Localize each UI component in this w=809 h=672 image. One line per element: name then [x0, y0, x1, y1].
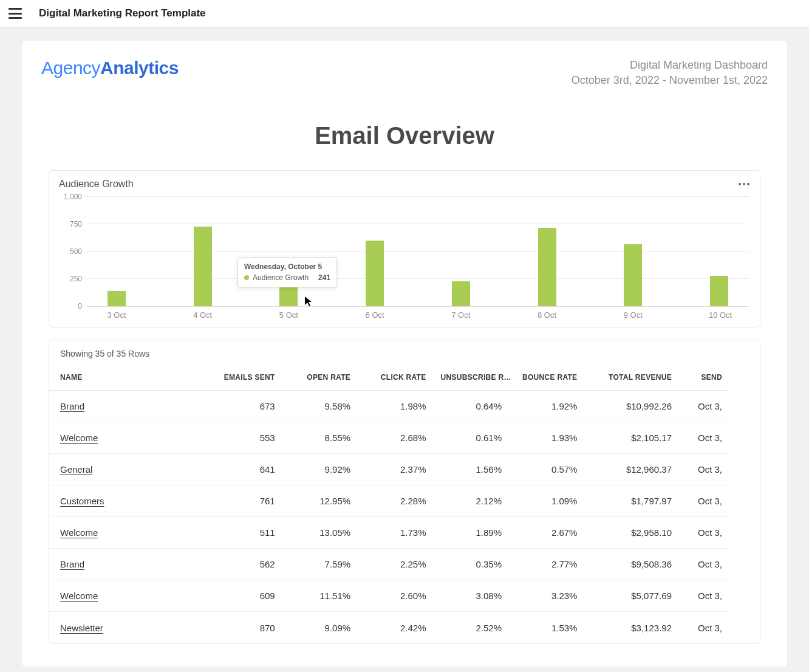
table-row: Newsletter8709.09%2.42%2.52%1.53%$3,123.… [49, 612, 729, 643]
chart-bar[interactable] [710, 276, 728, 306]
cell-name: Welcome [49, 517, 207, 549]
table-column-header[interactable]: SEND [679, 365, 729, 391]
chart-bar[interactable] [624, 244, 642, 307]
campaign-link[interactable]: Welcome [60, 591, 98, 601]
campaign-link[interactable]: Welcome [60, 527, 98, 538]
table-row-count: Showing 35 of 35 Rows [49, 340, 760, 365]
cell-value: Oct 3, [679, 549, 729, 580]
cell-name: General [49, 454, 207, 485]
chart-title: Audience Growth [59, 179, 134, 190]
cell-value: 1.98% [358, 391, 433, 422]
cell-value: Oct 3, [679, 517, 729, 549]
campaign-link[interactable]: Customers [60, 496, 104, 506]
chart-y-tick: 500 [70, 247, 82, 256]
cell-value: $10,992.26 [584, 391, 679, 422]
cell-value: Oct 3, [679, 612, 729, 643]
table-row: Welcome5538.55%2.68%0.61%1.93%$2,105.17O… [49, 422, 729, 454]
hamburger-menu-icon[interactable] [9, 8, 22, 19]
chart-x-tick: 10 Oct [709, 310, 729, 320]
table-column-header[interactable]: OPEN RATE [282, 365, 358, 391]
cell-value: 11.51% [282, 580, 358, 612]
campaigns-table-card: Showing 35 of 35 Rows NAMEEMAILS SENTOPE… [49, 340, 760, 644]
chart-x-tick: 3 Oct [106, 310, 127, 320]
cell-value: 0.61% [434, 422, 509, 454]
chart-y-tick: 1,000 [64, 193, 82, 201]
cell-value: 2.52% [434, 612, 509, 643]
table-column-header[interactable]: UNSUBSCRIBE R… [434, 365, 509, 391]
chart-x-labels: 3 Oct4 Oct5 Oct6 Oct7 Oct8 Oct9 Oct10 Oc… [87, 307, 749, 320]
cell-value: $2,105.17 [584, 422, 679, 454]
table-column-header[interactable]: EMAILS SENT [207, 365, 282, 391]
cell-value: 0.57% [509, 454, 584, 485]
cell-value: 0.64% [434, 391, 509, 422]
cell-value: Oct 3, [679, 391, 729, 422]
cell-value: 12.95% [282, 485, 358, 517]
cell-value: 2.37% [358, 454, 433, 485]
table-row: Brand5627.59%2.25%0.35%2.77%$9,508.36Oct… [49, 549, 729, 580]
cell-value: $2,958.10 [584, 517, 679, 549]
more-options-icon[interactable] [738, 178, 750, 190]
brand-logo: AgencyAnalytics [41, 58, 179, 78]
brand-logo-part1: Agency [41, 58, 100, 78]
cell-name: Welcome [49, 422, 207, 454]
cell-value: 761 [207, 485, 282, 517]
chart-bar[interactable] [194, 227, 212, 306]
cell-value: $9,508.36 [584, 549, 679, 580]
campaign-link[interactable]: General [60, 464, 92, 475]
cell-value: 673 [207, 391, 282, 422]
chart-y-tick: 750 [70, 220, 82, 228]
cell-value: 641 [207, 454, 282, 485]
topbar-title: Digital Marketing Report Template [39, 7, 206, 19]
tooltip-title: Wednesday, October 5 [244, 262, 330, 271]
cell-value: 1.53% [509, 612, 584, 643]
tooltip-value: 241 [318, 273, 330, 282]
section-title: Email Overview [41, 122, 768, 149]
chart-bar[interactable] [538, 228, 556, 307]
chart-x-tick: 6 Oct [364, 310, 385, 320]
tooltip-series-dot-icon [244, 275, 249, 280]
table-row: Customers76112.95%2.28%2.12%1.09%$1,797.… [49, 485, 729, 517]
table-row: Welcome51113.05%1.73%1.89%2.67%$2,958.10… [49, 517, 729, 549]
chart-x-tick: 4 Oct [193, 310, 213, 320]
campaign-link[interactable]: Newsletter [60, 623, 103, 633]
cell-value: $5,077.69 [584, 580, 679, 612]
cell-value: Oct 3, [679, 580, 729, 612]
cell-value: $1,797.97 [584, 485, 679, 517]
cell-name: Brand [49, 549, 207, 580]
chart-tooltip: Wednesday, October 5 Audience Growth 241 [237, 257, 337, 287]
cell-value: 7.59% [282, 549, 358, 580]
chart-y-tick: 250 [70, 275, 82, 283]
tooltip-series-label: Audience Growth [253, 273, 309, 282]
chart-x-tick: 7 Oct [451, 310, 471, 320]
campaign-link[interactable]: Welcome [60, 433, 98, 443]
cell-value: Oct 3, [679, 422, 729, 454]
campaign-link[interactable]: Brand [60, 401, 84, 411]
table-row: Welcome60911.51%2.60%3.08%3.23%$5,077.69… [49, 580, 729, 612]
cell-value: 9.92% [282, 454, 358, 485]
cell-value: 2.25% [358, 549, 433, 580]
chart-body[interactable]: 02505007501,000 3 Oct4 Oct5 Oct6 Oct7 Oc… [49, 194, 760, 327]
campaign-link[interactable]: Brand [60, 559, 84, 569]
report-page: AgencyAnalytics Digital Marketing Dashbo… [22, 41, 787, 667]
cell-value: 2.67% [509, 517, 584, 549]
cell-value: 2.77% [509, 549, 584, 580]
cell-value: 8.55% [282, 422, 358, 454]
chart-bar[interactable] [366, 241, 384, 306]
table-column-header[interactable]: CLICK RATE [358, 365, 433, 391]
table-column-header[interactable]: TOTAL REVENUE [584, 365, 679, 391]
chart-x-tick: 5 Oct [278, 310, 299, 320]
cell-name: Brand [49, 391, 207, 422]
cell-value: 1.73% [358, 517, 433, 549]
cell-name: Newsletter [49, 612, 207, 643]
cell-value: 9.58% [282, 391, 358, 422]
chart-bar[interactable] [452, 281, 470, 306]
cell-value: 1.92% [509, 391, 584, 422]
cell-value: 1.56% [434, 454, 509, 485]
campaigns-table: NAMEEMAILS SENTOPEN RATECLICK RATEUNSUBS… [49, 365, 729, 643]
cell-value: 2.68% [358, 422, 433, 454]
table-column-header[interactable]: BOUNCE RATE [509, 365, 584, 391]
cell-value: 3.08% [434, 580, 509, 612]
table-column-header[interactable]: NAME [49, 365, 207, 391]
chart-bar[interactable] [108, 291, 126, 306]
table-header-row: NAMEEMAILS SENTOPEN RATECLICK RATEUNSUBS… [49, 365, 729, 391]
